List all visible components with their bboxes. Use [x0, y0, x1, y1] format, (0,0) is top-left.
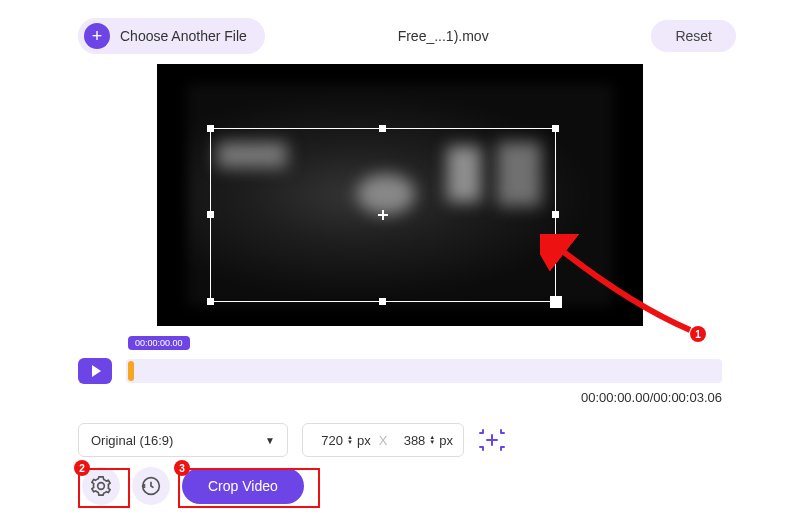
history-button[interactable] — [132, 467, 170, 505]
play-button[interactable] — [78, 358, 112, 384]
crop-handle-top-mid[interactable] — [379, 125, 386, 132]
crop-handle-bottom-right[interactable] — [550, 296, 562, 308]
crop-handle-top-left[interactable] — [207, 125, 214, 132]
aspect-ratio-select[interactable]: Original (16:9) ▼ — [78, 423, 288, 457]
choose-file-button[interactable]: + Choose Another File — [78, 18, 265, 54]
dimensions-box: 720 ▲▼ px X 388 ▲▼ px — [302, 423, 464, 457]
center-crop-button[interactable] — [478, 426, 506, 454]
width-stepper[interactable]: ▲▼ — [347, 435, 353, 445]
aspect-ratio-value: Original (16:9) — [91, 433, 173, 448]
crop-handle-top-right[interactable] — [552, 125, 559, 132]
plus-icon: + — [84, 23, 110, 49]
height-input[interactable]: 388 — [395, 433, 425, 448]
video-preview[interactable] — [157, 64, 643, 326]
history-icon — [141, 476, 161, 496]
time-readout: 00:00:00.00/00:00:03.06 — [0, 390, 722, 405]
choose-file-label: Choose Another File — [120, 28, 247, 44]
crop-handle-bottom-left[interactable] — [207, 298, 214, 305]
reset-button[interactable]: Reset — [651, 20, 736, 52]
annotation-number-1: 1 — [690, 326, 706, 342]
settings-button[interactable] — [82, 467, 120, 505]
crop-handle-mid-right[interactable] — [552, 211, 559, 218]
caret-down-icon: ▼ — [265, 435, 275, 446]
filename-label: Free_...1).mov — [273, 28, 644, 44]
timeline-playhead[interactable] — [128, 361, 134, 381]
timeline-track[interactable] — [126, 359, 722, 383]
crop-selection-box[interactable] — [210, 128, 556, 302]
crop-video-button[interactable]: Crop Video — [182, 468, 304, 504]
time-tooltip: 00:00:00.00 — [128, 336, 190, 350]
center-cross-icon — [378, 210, 388, 220]
height-stepper[interactable]: ▲▼ — [429, 435, 435, 445]
play-icon — [92, 365, 101, 377]
width-input[interactable]: 720 — [313, 433, 343, 448]
crop-handle-mid-left[interactable] — [207, 211, 214, 218]
center-crop-icon — [479, 429, 505, 451]
gear-icon — [91, 476, 111, 496]
crop-handle-bottom-mid[interactable] — [379, 298, 386, 305]
